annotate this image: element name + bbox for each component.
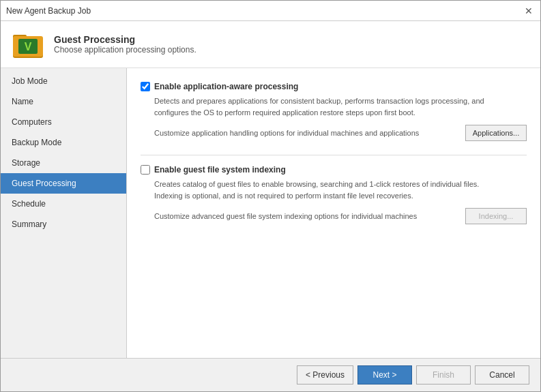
divider	[141, 155, 527, 155]
svg-text:V: V	[25, 41, 32, 52]
header-title: Guest Processing	[54, 34, 196, 45]
option1-description: Detects and prepares applications for co…	[154, 95, 527, 118]
option2-label[interactable]: Enable guest file system indexing	[154, 165, 286, 175]
header: V Guest Processing Choose application pr…	[1, 21, 540, 68]
sidebar-item-name[interactable]: Name	[1, 91, 126, 112]
sidebar-item-job-mode[interactable]: Job Mode	[1, 71, 126, 91]
option1-customize-text: Customize application handling options f…	[154, 129, 465, 137]
option2-description: Creates catalog of guest files to enable…	[154, 179, 527, 201]
option1-block: Enable application-aware processing Dete…	[141, 82, 527, 141]
window: New Agent Backup Job ✕ V Guest Processin…	[0, 0, 541, 392]
header-text: Guest Processing Choose application proc…	[54, 34, 196, 55]
previous-button[interactable]: < Previous	[297, 365, 353, 385]
sidebar-item-summary[interactable]: Summary	[1, 214, 126, 235]
indexing-button[interactable]: Indexing...	[465, 208, 527, 224]
sidebar: Job Mode Name Computers Backup Mode Stor…	[1, 68, 127, 358]
sidebar-item-guest-processing[interactable]: Guest Processing	[1, 173, 126, 194]
finish-button[interactable]: Finish	[416, 365, 471, 385]
option2-customize-text: Customize advanced guest file system ind…	[154, 212, 465, 220]
option1-label[interactable]: Enable application-aware processing	[154, 82, 298, 91]
enable-app-aware-checkbox[interactable]	[141, 82, 150, 91]
sidebar-item-backup-mode[interactable]: Backup Mode	[1, 132, 126, 153]
applications-button[interactable]: Applications...	[465, 125, 527, 141]
header-subtitle: Choose application processing options.	[54, 45, 196, 55]
window-title: New Agent Backup Job	[6, 6, 91, 16]
header-icon: V	[12, 28, 44, 61]
cancel-button[interactable]: Cancel	[475, 365, 529, 385]
footer: < Previous Next > Finish Cancel	[1, 358, 540, 391]
option2-header: Enable guest file system indexing	[141, 165, 527, 175]
option1-header: Enable application-aware processing	[141, 82, 527, 91]
option1-customize: Customize application handling options f…	[154, 125, 527, 141]
sidebar-item-computers[interactable]: Computers	[1, 112, 126, 132]
option2-block: Enable guest file system indexing Create…	[141, 165, 527, 224]
sidebar-item-storage[interactable]: Storage	[1, 153, 126, 173]
title-bar: New Agent Backup Job ✕	[1, 1, 540, 21]
close-button[interactable]: ✕	[523, 5, 535, 17]
option2-customize: Customize advanced guest file system ind…	[154, 208, 527, 224]
sidebar-item-schedule[interactable]: Schedule	[1, 194, 126, 214]
main-content: Enable application-aware processing Dete…	[127, 68, 540, 358]
next-button[interactable]: Next >	[357, 365, 412, 385]
enable-indexing-checkbox[interactable]	[141, 165, 150, 175]
body: Job Mode Name Computers Backup Mode Stor…	[1, 68, 540, 358]
